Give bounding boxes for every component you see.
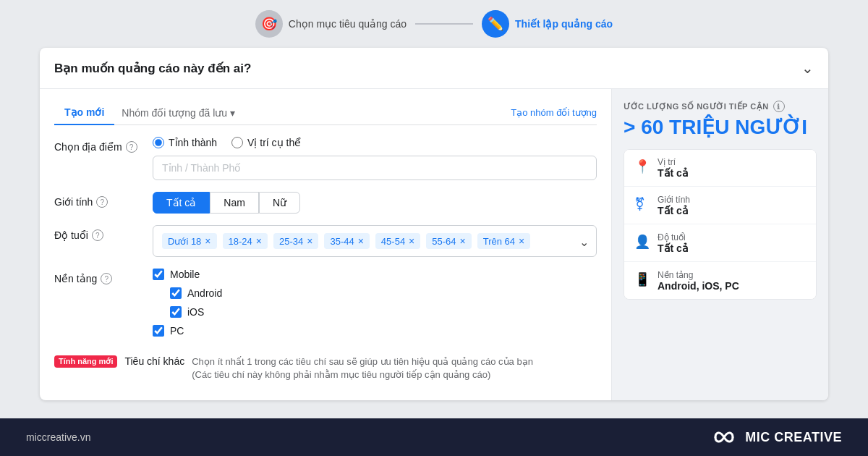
- tab-saved-groups[interactable]: Nhóm đối tượng đã lưu ▾: [114, 101, 242, 124]
- gender-label: Giới tính ?: [54, 192, 141, 208]
- reach-number: > 60 TRIỆU NGƯỜI: [624, 115, 817, 139]
- age-tags-container: Dưới 18 × 18-24 × 25-34 × 35-44: [153, 225, 597, 257]
- card-header-title: Bạn muốn quảng cáo này đến ai?: [54, 61, 251, 76]
- feature-badge: Tính năng mới: [54, 355, 117, 368]
- gender-male-button[interactable]: Nam: [210, 192, 259, 214]
- platform-control: Mobile Android iOS: [153, 269, 597, 337]
- location-row: Chọn địa điểm ? Tỉnh thành Vị trí cụ thể: [54, 137, 597, 180]
- remove-age-over64[interactable]: ×: [519, 235, 524, 247]
- reach-location-label: Vị trí: [658, 157, 689, 167]
- platform-label: Nền tảng ?: [54, 269, 141, 284]
- reach-platform-label: Nền tảng: [658, 270, 739, 280]
- age-help-icon[interactable]: ?: [92, 229, 103, 241]
- gender-button-group: Tất cả Nam Nữ: [153, 192, 597, 214]
- age-tag-under18: Dưới 18 ×: [162, 233, 217, 249]
- gender-all-button[interactable]: Tất cả: [153, 192, 210, 214]
- footer-bar: miccreative.vn MIC CREATIVE: [0, 418, 868, 456]
- create-group-link[interactable]: Tạo nhóm đối tượng: [511, 101, 597, 124]
- gender-female-button[interactable]: Nữ: [259, 192, 300, 214]
- platform-mobile[interactable]: Mobile: [153, 269, 597, 280]
- age-tag-25-34: 25-34 ×: [273, 233, 318, 249]
- feature-row: Tính năng mới Tiêu chí khác Chọn ít nhất…: [54, 348, 597, 389]
- reach-location-value: Tất cả: [658, 167, 689, 179]
- feature-description: Chọn ít nhất 1 trong các tiêu chí sau sẽ…: [192, 355, 533, 381]
- age-tag-over64: Trên 64 ×: [477, 233, 531, 249]
- mic-creative-logo: [710, 427, 738, 447]
- step-2: ✏️ Thiết lập quảng cáo: [482, 10, 613, 38]
- reach-card-age: 👤 Độ tuổi Tất cả: [624, 225, 816, 262]
- remove-age-25-34[interactable]: ×: [307, 235, 312, 247]
- location-radio-group: Tỉnh thành Vị trí cụ thể: [153, 137, 597, 148]
- age-dropdown-arrow-icon[interactable]: ⌄: [579, 235, 589, 249]
- reach-age-value: Tất cả: [658, 242, 689, 254]
- gender-row: Giới tính ? Tất cả Nam Nữ: [54, 192, 597, 214]
- location-input[interactable]: [153, 156, 597, 180]
- step-1-label: Chọn mục tiêu quảng cáo: [289, 18, 407, 30]
- step-2-label: Thiết lập quảng cáo: [515, 18, 613, 30]
- reach-platform-value: Android, iOS, PC: [658, 280, 739, 292]
- feature-desc-line1: Chọn ít nhất 1 trong các tiêu chí sau sẽ…: [192, 355, 533, 368]
- main-card: Bạn muốn quảng cáo này đến ai? ⌄ Tạo mới…: [40, 48, 828, 400]
- dropdown-arrow-icon: ▾: [230, 107, 235, 119]
- platform-pc-checkbox[interactable]: [153, 325, 164, 337]
- age-tag-35-44: 35-44 ×: [324, 233, 369, 249]
- age-control: Dưới 18 × 18-24 × 25-34 × 35-44: [153, 225, 597, 257]
- reach-cards: 📍 Vị trí Tất cả ⚧ Giới tính Tất cả 👤: [624, 149, 817, 300]
- platform-ios[interactable]: iOS: [170, 306, 597, 318]
- step-divider: [415, 23, 473, 25]
- platform-android-checkbox[interactable]: [170, 287, 182, 299]
- remove-age-35-44[interactable]: ×: [358, 235, 364, 247]
- platform-mobile-checkbox[interactable]: [153, 269, 164, 280]
- platform-android[interactable]: Android: [170, 287, 597, 299]
- feature-desc-line2: (Các tiêu chí này không phải nhằm mục ti…: [192, 368, 533, 381]
- age-icon: 👤: [634, 234, 650, 250]
- gender-help-icon[interactable]: ?: [96, 196, 108, 208]
- footer-brand: MIC CREATIVE: [710, 427, 842, 447]
- reach-age-label: Độ tuổi: [658, 232, 689, 242]
- stepper: 🎯 Chọn mục tiêu quảng cáo ✏️ Thiết lập q…: [0, 0, 868, 48]
- reach-card-location: 📍 Vị trí Tất cả: [624, 150, 816, 187]
- age-tag-55-64: 55-64 ×: [426, 233, 471, 249]
- platform-icon: 📱: [634, 271, 650, 287]
- footer-url: miccreative.vn: [26, 431, 90, 443]
- platform-list: Mobile Android iOS: [153, 269, 597, 337]
- radio-tinh-thanh[interactable]: Tỉnh thành: [153, 137, 217, 148]
- reach-header: ƯỚC LƯỢNG SỐ NGƯỜI TIẾP CẬN ℹ: [624, 101, 817, 112]
- tabs-bar: Tạo mới Nhóm đối tượng đã lưu ▾ Tạo nhóm…: [54, 101, 597, 125]
- left-panel: Tạo mới Nhóm đối tượng đã lưu ▾ Tạo nhóm…: [40, 89, 611, 400]
- age-label: Độ tuổi ?: [54, 225, 141, 241]
- location-label: Chọn địa điểm ?: [54, 137, 141, 153]
- gender-icon: ⚧: [634, 196, 650, 212]
- location-control: Tỉnh thành Vị trí cụ thể: [153, 137, 597, 180]
- gender-control: Tất cả Nam Nữ: [153, 192, 597, 214]
- right-panel: ƯỚC LƯỢNG SỐ NGƯỜI TIẾP CẬN ℹ > 60 TRIỆU…: [611, 89, 828, 400]
- reach-gender-value: Tất cả: [658, 205, 690, 216]
- age-tag-18-24: 18-24 ×: [223, 233, 268, 249]
- reach-card-gender: ⚧ Giới tính Tất cả: [624, 187, 816, 224]
- tab-create-new[interactable]: Tạo mới: [54, 101, 114, 125]
- remove-age-18-24[interactable]: ×: [256, 235, 262, 247]
- feature-label: Tiêu chí khác: [124, 355, 184, 367]
- chevron-down-icon[interactable]: ⌄: [801, 59, 814, 77]
- reach-gender-label: Giới tính: [658, 195, 690, 205]
- remove-age-45-54[interactable]: ×: [409, 235, 414, 247]
- step-1-icon: 🎯: [255, 10, 283, 38]
- footer-brand-name: MIC CREATIVE: [745, 430, 842, 445]
- card-header: Bạn muốn quảng cáo này đến ai? ⌄: [40, 48, 828, 89]
- remove-age-under18[interactable]: ×: [205, 235, 210, 247]
- platform-help-icon[interactable]: ?: [101, 273, 112, 284]
- remove-age-55-64[interactable]: ×: [460, 235, 466, 247]
- platform-ios-checkbox[interactable]: [170, 306, 182, 318]
- reach-help-icon[interactable]: ℹ: [773, 101, 785, 112]
- card-body: Tạo mới Nhóm đối tượng đã lưu ▾ Tạo nhóm…: [40, 89, 828, 400]
- reach-card-platform: 📱 Nền tảng Android, iOS, PC: [624, 263, 816, 299]
- platform-row: Nền tảng ? Mobile Android: [54, 269, 597, 337]
- radio-vi-tri-cu-the[interactable]: Vị trí cụ thể: [231, 137, 301, 148]
- step-2-icon: ✏️: [482, 10, 509, 38]
- step-1: 🎯 Chọn mục tiêu quảng cáo: [255, 10, 407, 38]
- location-help-icon[interactable]: ?: [126, 141, 137, 153]
- age-row: Độ tuổi ? Dưới 18 × 18-24 ×: [54, 225, 597, 257]
- platform-sub-items: Android iOS: [153, 287, 597, 318]
- platform-pc[interactable]: PC: [153, 325, 597, 337]
- age-tag-45-54: 45-54 ×: [375, 233, 420, 249]
